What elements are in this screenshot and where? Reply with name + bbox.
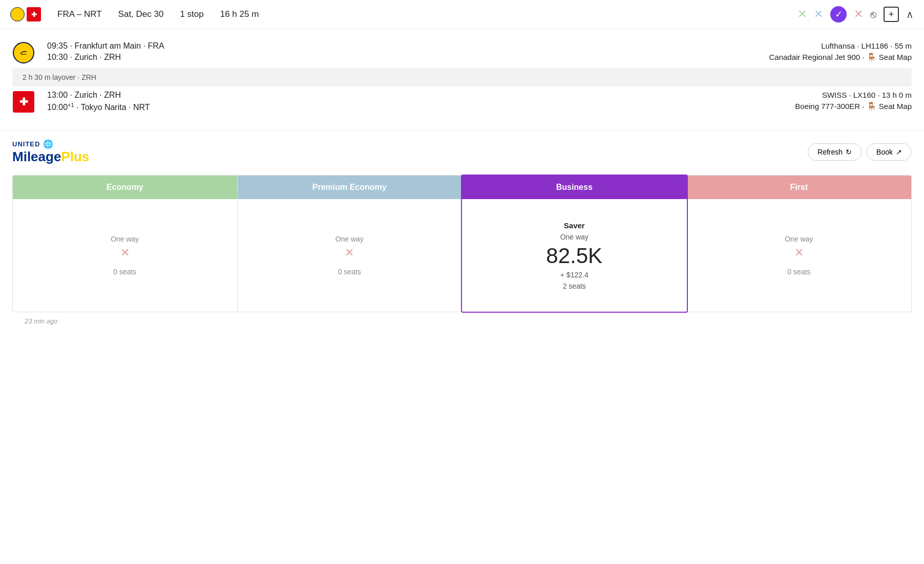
united-globe-icon: 🌐 (43, 139, 53, 149)
cabin-card-economy: Economy One way ✕ 0 seats (13, 176, 238, 312)
premium-economy-seats: 0 seats (338, 268, 361, 276)
layover-text: 2 h 30 m layover (23, 73, 76, 81)
first-type: One way (785, 235, 813, 243)
business-seats: 2 seats (563, 282, 586, 290)
filter-icon-blue: ✕ (814, 8, 823, 21)
premium-economy-unavailable-icon: ✕ (345, 246, 354, 259)
business-label: Business (556, 183, 593, 191)
lx-seat-map-link[interactable]: Seat Map (879, 102, 912, 111)
business-type: One way (560, 233, 589, 241)
refresh-button[interactable]: Refresh ↻ (808, 143, 862, 161)
united-mileageplus-logo: UNITED 🌐 MileagePlus (12, 139, 89, 165)
united-top-row: UNITED 🌐 (12, 139, 53, 149)
dep-time-lx: 13:00 · Zurich · ZRH (47, 91, 473, 100)
cabin-card-business[interactable]: Business Saver One way 82.5K + $122.4 2 … (461, 175, 688, 313)
layover-bar: 2 h 30 m layover · ZRH (12, 68, 912, 86)
cabin-card-premium-economy: Premium Economy One way ✕ 0 seats (238, 176, 463, 312)
premium-economy-type: One way (335, 235, 364, 243)
award-section: UNITED 🌐 MileagePlus Refresh ↻ Book ↗ Ec… (0, 131, 924, 339)
economy-type: One way (111, 235, 139, 243)
business-cash: + $122.4 (560, 271, 589, 279)
collapse-icon[interactable]: ∧ (906, 8, 914, 20)
segment-lx-info: SWISS · LX160 · 13 h 0 m Boeing 777-300E… (486, 91, 912, 113)
business-miles: 82.5K (546, 244, 602, 268)
airline-logos: ✚ (10, 7, 41, 21)
flight-details: 09:35 · Frankfurt am Main · FRA 10:30 · … (0, 29, 924, 126)
lx-flight-info: SWISS · LX160 · 13 h 0 m (486, 91, 912, 99)
header-icons: ✕ ✕ ✓ ✕ ⎋ + ∧ (797, 6, 914, 23)
premium-economy-body: One way ✕ 0 seats (238, 199, 462, 312)
lufthansa-logo (12, 41, 35, 64)
economy-unavailable-icon: ✕ (120, 246, 130, 259)
economy-header: Economy (13, 176, 237, 199)
day-plus-one: +1 (68, 102, 74, 108)
segment-lh: 09:35 · Frankfurt am Main · FRA 10:30 · … (12, 41, 912, 64)
selected-icon[interactable]: ✓ (830, 6, 847, 23)
flight-header: ✚ FRA – NRT Sat, Dec 30 1 stop 16 h 25 m… (0, 0, 924, 29)
duration: 16 h 25 m (220, 9, 259, 19)
first-seats: 0 seats (787, 268, 810, 276)
route: FRA – NRT (57, 9, 102, 19)
award-buttons: Refresh ↻ Book ↗ (808, 143, 912, 161)
lh-flight-info: Lufthansa · LH1186 · 55 m (486, 41, 912, 50)
stops: 1 stop (180, 9, 203, 19)
lh-aircraft-info: Canadair Regional Jet 900 · 🪑 Seat Map (486, 52, 912, 62)
date: Sat, Dec 30 (118, 9, 164, 19)
saver-label: Saver (564, 221, 585, 230)
arr-time-lx: 10:00+1 · Tokyo Narita · NRT (47, 102, 473, 112)
lufthansa-mini-logo (10, 7, 25, 21)
refresh-icon: ↻ (846, 148, 852, 156)
lh-seat-map-link[interactable]: Seat Map (879, 53, 912, 61)
book-label: Book (876, 148, 893, 156)
business-body: Saver One way 82.5K + $122.4 2 seats (462, 199, 687, 312)
economy-body: One way ✕ 0 seats (13, 199, 237, 312)
swiss-mini-logo: ✚ (27, 7, 41, 21)
segment-lh-info: Lufthansa · LH1186 · 55 m Canadair Regio… (486, 41, 912, 64)
segment-lx-times: 13:00 · Zurich · ZRH 10:00+1 · Tokyo Nar… (47, 91, 473, 114)
layover-airport: ZRH (81, 73, 96, 81)
swiss-logo-container: ✚ (12, 91, 35, 113)
economy-seats: 0 seats (113, 268, 136, 276)
segment-lh-times: 09:35 · Frankfurt am Main · FRA 10:30 · … (47, 41, 473, 64)
share-icon[interactable]: ⎋ (870, 9, 876, 20)
add-icon[interactable]: + (884, 7, 899, 22)
refresh-label: Refresh (817, 148, 843, 156)
filter-icon-pink: ✕ (854, 8, 863, 21)
svg-point-0 (18, 48, 29, 58)
dep-time-lh: 09:35 · Frankfurt am Main · FRA (47, 41, 473, 51)
first-label: First (790, 183, 808, 191)
mileage-plus-text: MileagePlus (12, 149, 89, 165)
timestamp: 23 min ago (12, 312, 912, 327)
swiss-logo: ✚ (13, 91, 34, 113)
lx-aircraft-info: Boeing 777-300ER · 🪑 Seat Map (486, 101, 912, 111)
arr-time-lh: 10:30 · Zurich · ZRH (47, 53, 473, 62)
first-unavailable-icon: ✕ (794, 246, 804, 259)
business-header: Business (462, 176, 687, 199)
united-text: UNITED (12, 140, 40, 148)
first-header: First (687, 176, 912, 199)
filter-icon-green: ✕ (797, 8, 807, 21)
segment-lx: ✚ 13:00 · Zurich · ZRH 10:00+1 · Tokyo N… (12, 91, 912, 114)
first-body: One way ✕ 0 seats (687, 199, 912, 312)
cabin-cards: Economy One way ✕ 0 seats Premium Econom… (12, 175, 912, 312)
economy-label: Economy (107, 183, 143, 191)
premium-economy-header: Premium Economy (238, 176, 462, 199)
premium-economy-label: Premium Economy (312, 183, 387, 191)
book-button[interactable]: Book ↗ (867, 143, 912, 161)
plus-highlight: Plus (61, 149, 89, 164)
cabin-card-first: First One way ✕ 0 seats (687, 176, 912, 312)
external-link-icon: ↗ (896, 148, 902, 156)
award-header: UNITED 🌐 MileagePlus Refresh ↻ Book ↗ (12, 139, 912, 165)
